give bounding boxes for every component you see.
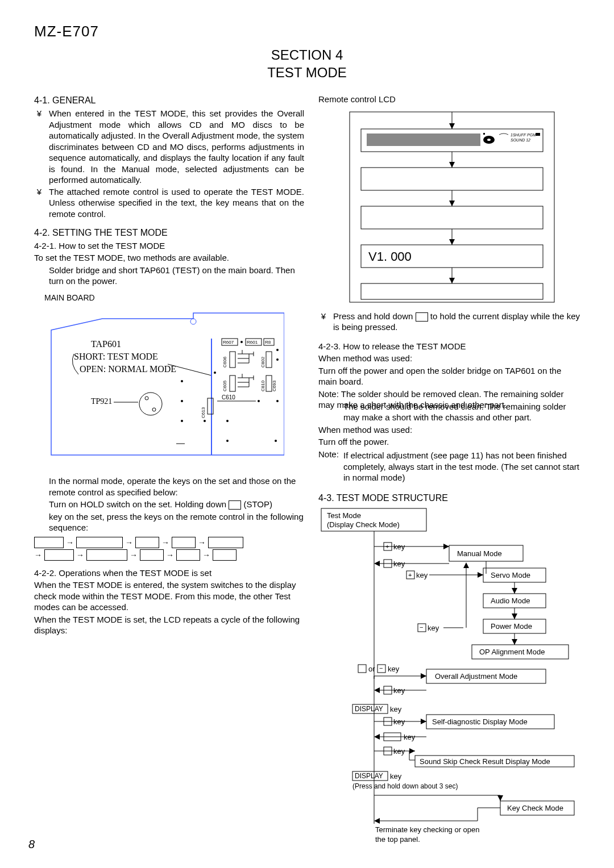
svg-text:key: key — [388, 665, 400, 673]
svg-rect-36 — [266, 375, 272, 391]
svg-text:Servo Mode: Servo Mode — [491, 571, 530, 579]
svg-point-6 — [139, 393, 162, 415]
svg-text:Power Mode: Power Mode — [491, 622, 532, 631]
svg-text:1SHUFF PGM: 1SHUFF PGM — [511, 133, 536, 137]
svg-point-47 — [204, 420, 206, 422]
howset-line1: To set the TEST MODE, two methods are av… — [34, 252, 304, 264]
svg-point-46 — [181, 420, 183, 422]
model-number: MZ-E707 — [34, 23, 580, 40]
key-sequence: → → → → — [34, 537, 304, 548]
svg-point-50 — [275, 440, 277, 442]
svg-point-27 — [276, 358, 279, 361]
ops-para1: When the TEST MODE is entered, the syste… — [34, 579, 304, 613]
structure-diagram: Test Mode (Display Check Mode) + key key — [318, 506, 580, 852]
svg-rect-30 — [230, 375, 235, 391]
release-note1-wrap: The solder should be removed clean. The … — [318, 401, 580, 423]
svg-text:OP Alignment Mode: OP Alignment Mode — [479, 648, 545, 656]
svg-rect-65 — [361, 168, 543, 190]
svg-point-0 — [190, 319, 196, 324]
svg-text:Sound Skip Check Result Displa: Sound Skip Check Result Display Mode — [420, 757, 550, 766]
svg-point-43 — [276, 400, 279, 402]
bullet-icon: ¥ — [318, 311, 329, 333]
svg-text:+: + — [408, 571, 412, 578]
svg-marker-143 — [374, 734, 380, 740]
svg-rect-59 — [483, 133, 485, 135]
howset-line2: Solder bridge and short TAP601 (TEST) on… — [49, 265, 304, 287]
svg-marker-147 — [409, 748, 415, 754]
svg-text:key: key — [390, 772, 402, 781]
mainboard-diagram: TAP601 SHORT: TEST MODE OPEN: NORMAL MOD… — [34, 307, 284, 472]
svg-rect-56 — [367, 133, 480, 146]
mainboard-label: MAIN BOARD — [44, 293, 304, 303]
svg-text:R601: R601 — [247, 340, 258, 345]
key-sequence-2: →→ → → → — [34, 549, 304, 561]
section-title: SECTION 4 TEST MODE — [34, 46, 580, 81]
svg-rect-61 — [536, 133, 540, 136]
svg-text:Terminate key checking or open: Terminate key checking or open — [375, 825, 480, 834]
normal-line3: key on the set, press the keys on the re… — [49, 511, 304, 533]
svg-marker-74 — [449, 278, 455, 283]
svg-text:the top panel.: the top panel. — [375, 835, 420, 844]
svg-text:C802: C802 — [260, 356, 265, 368]
svg-point-45 — [181, 400, 183, 402]
svg-text:Self-diagnostic Display Mode: Self-diagnostic Display Mode — [432, 717, 528, 726]
heading-setting: 4-2. SETTING THE TEST MODE — [34, 227, 304, 239]
svg-text:C693: C693 — [272, 380, 277, 391]
svg-text:key: key — [416, 571, 428, 579]
release-note2-wrap: If electrical adjustment (see page 11) h… — [318, 450, 580, 483]
left-column: 4-1. GENERAL ¥ When entered in the TEST … — [34, 93, 304, 852]
svg-text:DISPLAY: DISPLAY — [355, 772, 383, 780]
svg-marker-84 — [443, 544, 449, 549]
svg-marker-100 — [512, 588, 517, 594]
svg-marker-110 — [512, 639, 517, 645]
svg-point-42 — [258, 400, 260, 402]
svg-rect-68 — [361, 206, 543, 229]
svg-marker-164 — [374, 818, 380, 824]
svg-text:−: − — [420, 624, 423, 631]
svg-text:C613: C613 — [201, 407, 206, 418]
svg-text:C610: C610 — [222, 394, 235, 400]
heading-structure: 4-3. TEST MODE STRUCTURE — [318, 493, 580, 504]
svg-text:C810: C810 — [260, 380, 265, 391]
svg-text:(Display Check Mode): (Display Check Mode) — [327, 520, 400, 529]
general-para-1: When entered in the TEST MODE, this set … — [49, 108, 304, 186]
normal-line1: In the normal mode, operate the keys on … — [49, 475, 304, 498]
remote-lcd-diagram: 1SHUFF PGM SOUND 12 V1. 000 — [318, 106, 563, 305]
svg-rect-20 — [230, 352, 235, 368]
svg-text:SHORT: TEST MODE: SHORT: TEST MODE — [74, 352, 158, 361]
svg-point-18 — [276, 349, 279, 351]
svg-marker-104 — [512, 614, 517, 619]
svg-point-58 — [487, 139, 491, 141]
svg-text:−: − — [379, 665, 383, 671]
svg-marker-64 — [449, 162, 455, 168]
remote-lcd-label: Remote control LCD — [318, 94, 580, 105]
svg-marker-54 — [449, 123, 455, 129]
bullet-icon: ¥ — [34, 108, 44, 186]
svg-point-7 — [145, 397, 148, 400]
svg-point-13 — [240, 341, 243, 343]
svg-text:or: or — [368, 665, 375, 673]
svg-text:key: key — [428, 624, 439, 632]
svg-marker-130 — [374, 687, 380, 693]
general-para-2: The attached remote control is used to o… — [49, 186, 304, 220]
svg-text:V1. 000: V1. 000 — [368, 249, 412, 264]
svg-text:Test Mode: Test Mode — [327, 511, 361, 520]
page-number: 8 — [28, 838, 35, 851]
bullet-icon: ¥ — [34, 186, 44, 220]
svg-point-8 — [152, 408, 156, 411]
svg-marker-123 — [421, 673, 426, 679]
release-m1: When method was used: — [318, 353, 580, 364]
svg-marker-88 — [374, 561, 380, 566]
svg-marker-70 — [449, 239, 455, 245]
heading-ops: 4-2-2. Operations when the TEST MODE is … — [34, 567, 304, 579]
right-column: Remote control LCD 1SHUFF PGM SOUND 12 — [318, 93, 580, 852]
press-hold-text: Press and hold down to hold the current … — [333, 311, 580, 333]
svg-marker-106 — [463, 562, 469, 568]
svg-text:TP921: TP921 — [91, 397, 112, 406]
svg-text:OPEN: NORMAL MODE: OPEN: NORMAL MODE — [80, 364, 176, 374]
svg-marker-67 — [449, 201, 455, 206]
svg-text:TAP601: TAP601 — [91, 339, 121, 349]
release-m2: When method was used: — [318, 424, 580, 436]
svg-marker-96 — [478, 572, 483, 578]
svg-point-48 — [226, 420, 229, 422]
